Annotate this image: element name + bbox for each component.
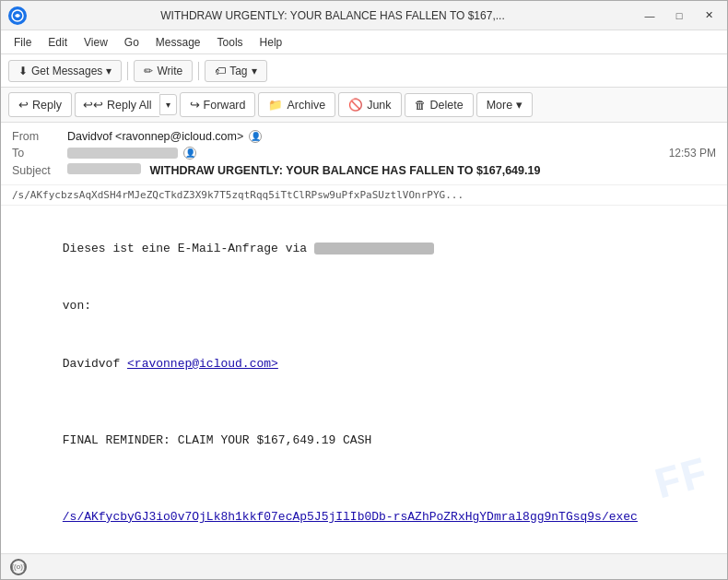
from-row: From Davidvof <ravonnep@icloud.com> 👤 — [12, 128, 716, 145]
to-blurred — [67, 148, 178, 159]
get-messages-icon: ⬇ — [18, 65, 28, 77]
menu-tools[interactable]: Tools — [210, 34, 251, 51]
archive-icon: 📁 — [268, 98, 283, 112]
malicious-link[interactable]: /s/AKfycbyGJ3io0v7OjLk8h1kkf07ecAp5J5jIl… — [63, 510, 638, 524]
body-text: Dieses ist eine E-Mail-Anfrage via von: … — [19, 220, 709, 547]
from-label: From — [12, 130, 67, 143]
menubar: File Edit View Go Message Tools Help — [1, 30, 727, 54]
archive-label: Archive — [287, 99, 325, 112]
close-button[interactable]: ✕ — [698, 7, 720, 24]
write-button[interactable]: ✏ Write — [134, 60, 193, 82]
window-controls: — □ ✕ — [639, 7, 720, 24]
from-text: Davidvof <ravonnep@icloud.com> — [67, 130, 243, 143]
archive-button[interactable]: 📁 Archive — [258, 92, 335, 117]
forward-icon: ↪ — [190, 98, 200, 112]
more-chevron-icon: ▾ — [516, 98, 523, 112]
junk-icon: 🚫 — [348, 98, 363, 112]
write-label: Write — [157, 65, 182, 77]
toolbar-separator — [127, 62, 128, 80]
subject-row: Subject WITHDRAW URGENTLY: YOUR BALANCE … — [12, 161, 716, 179]
minimize-button[interactable]: — — [639, 7, 661, 24]
body-line1: Dieses ist eine E-Mail-Anfrage via — [63, 242, 314, 255]
forward-button[interactable]: ↪ Forward — [180, 92, 256, 117]
menu-edit[interactable]: Edit — [41, 34, 75, 51]
url-bar: /s/AKfycbzsAqXdSH4rMJeZQcTkdZ3X9k7T5zqtR… — [1, 185, 727, 206]
body-line2: von: — [63, 299, 91, 313]
more-label: More — [487, 99, 512, 112]
menu-file[interactable]: File — [6, 34, 39, 51]
tag-icon: 🏷 — [215, 65, 226, 77]
reply-icon: ↩ — [18, 98, 29, 112]
body-line3: Davidvof — [63, 357, 127, 371]
menu-view[interactable]: View — [76, 34, 115, 51]
toolbar: ⬇ Get Messages ▾ ✏ Write 🏷 Tag ▾ — [1, 54, 727, 88]
to-contact-icon[interactable]: 👤 — [183, 147, 196, 160]
actionbar: ↩ Reply ↩↩ Reply All ▾ ↪ Forward 📁 Archi… — [1, 88, 727, 123]
email-time: 12:53 PM — [669, 147, 716, 160]
body-final: FINAL REMINDER: CLAIM YOUR $167,649.19 C… — [63, 433, 371, 447]
reply-all-icon: ↩↩ — [83, 98, 103, 112]
subject-value: WITHDRAW URGENTLY: YOUR BALANCE HAS FALL… — [67, 163, 716, 177]
email-header: From Davidvof <ravonnep@icloud.com> 👤 To… — [1, 123, 727, 185]
tag-label: Tag — [229, 65, 247, 77]
to-label: To — [12, 147, 67, 160]
url-text: /s/AKfycbzsAqXdSH4rMJeZQcTkdZ3X9k7T5zqtR… — [12, 189, 464, 201]
tag-button[interactable]: 🏷 Tag ▾ — [205, 60, 266, 82]
from-contact-icon[interactable]: 👤 — [249, 130, 262, 143]
reply-button[interactable]: ↩ Reply — [8, 92, 72, 117]
connection-status-icon: ((o)) — [10, 559, 27, 575]
write-icon: ✏ — [144, 65, 153, 77]
menu-message[interactable]: Message — [148, 34, 208, 51]
more-button[interactable]: More ▾ — [476, 92, 533, 117]
titlebar: WITHDRAW URGENTLY: YOUR BALANCE HAS FALL… — [1, 1, 727, 30]
app-icon — [8, 6, 27, 25]
statusbar: ((o)) — [1, 553, 727, 579]
from-value: Davidvof <ravonnep@icloud.com> 👤 — [67, 130, 716, 143]
reply-all-label: Reply All — [107, 99, 152, 112]
subject-blurred — [67, 163, 141, 174]
email-window: WITHDRAW URGENTLY: YOUR BALANCE HAS FALL… — [0, 0, 728, 580]
subject-text: WITHDRAW URGENTLY: YOUR BALANCE HAS FALL… — [149, 164, 540, 177]
delete-icon: 🗑 — [415, 99, 427, 112]
window-title: WITHDRAW URGENTLY: YOUR BALANCE HAS FALL… — [34, 9, 631, 22]
junk-label: Junk — [367, 99, 391, 112]
junk-button[interactable]: 🚫 Junk — [338, 92, 401, 117]
toolbar-separator-2 — [198, 62, 199, 80]
delete-label: Delete — [430, 99, 464, 112]
reply-all-split-button: ↩↩ Reply All ▾ — [75, 92, 177, 117]
maximize-button[interactable]: □ — [668, 7, 690, 24]
tag-chevron-icon[interactable]: ▾ — [252, 65, 257, 77]
body-blurred1 — [314, 243, 434, 254]
subject-label: Subject — [12, 164, 67, 177]
menu-help[interactable]: Help — [252, 34, 290, 51]
reply-all-button[interactable]: ↩↩ Reply All — [75, 92, 159, 117]
reply-label: Reply — [32, 99, 62, 112]
signal-icon: ((o)) — [11, 562, 25, 571]
forward-label: Forward — [204, 99, 246, 112]
email-body: Dieses ist eine E-Mail-Anfrage via von: … — [1, 206, 727, 553]
get-messages-button[interactable]: ⬇ Get Messages ▾ — [8, 60, 122, 82]
to-row: To 👤 12:53 PM — [12, 145, 716, 161]
reply-all-dropdown-button[interactable]: ▾ — [159, 94, 177, 115]
get-messages-label: Get Messages — [31, 65, 102, 77]
email-address-link[interactable]: <ravonnep@icloud.com> — [127, 357, 278, 371]
delete-button[interactable]: 🗑 Delete — [405, 93, 474, 117]
menu-go[interactable]: Go — [117, 34, 147, 51]
get-messages-chevron-icon[interactable]: ▾ — [106, 65, 112, 77]
to-value: 👤 — [67, 147, 669, 160]
